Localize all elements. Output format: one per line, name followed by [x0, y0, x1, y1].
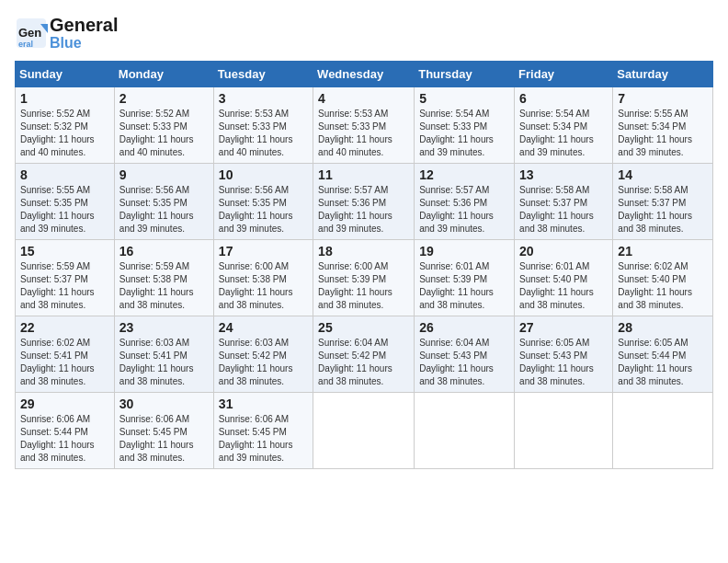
calendar-cell: 2Sunrise: 5:52 AM Sunset: 5:33 PM Daylig… [114, 86, 213, 163]
calendar-cell: 24Sunrise: 6:03 AM Sunset: 5:42 PM Dayli… [213, 316, 313, 392]
calendar-cell [415, 392, 515, 468]
day-info: Sunrise: 5:53 AM Sunset: 5:33 PM Dayligh… [219, 108, 308, 159]
calendar-cell: 1Sunrise: 5:52 AM Sunset: 5:32 PM Daylig… [16, 86, 115, 163]
day-number: 13 [519, 167, 608, 182]
weekday-header: Wednesday [313, 61, 415, 86]
day-info: Sunrise: 6:01 AM Sunset: 5:39 PM Dayligh… [419, 260, 509, 312]
calendar-cell: 4Sunrise: 5:53 AM Sunset: 5:33 PM Daylig… [313, 86, 415, 163]
calendar-cell: 11Sunrise: 5:57 AM Sunset: 5:36 PM Dayli… [313, 163, 415, 239]
day-info: Sunrise: 5:59 AM Sunset: 5:37 PM Dayligh… [20, 260, 109, 312]
calendar-cell: 17Sunrise: 6:00 AM Sunset: 5:38 PM Dayli… [213, 239, 313, 316]
day-number: 8 [20, 167, 109, 182]
day-info: Sunrise: 5:52 AM Sunset: 5:33 PM Dayligh… [119, 108, 209, 159]
day-number: 17 [219, 244, 308, 259]
day-number: 14 [618, 167, 708, 182]
calendar-table: SundayMondayTuesdayWednesdayThursdayFrid… [15, 61, 713, 469]
day-number: 1 [20, 91, 109, 106]
day-info: Sunrise: 5:56 AM Sunset: 5:35 PM Dayligh… [119, 184, 209, 236]
day-info: Sunrise: 6:03 AM Sunset: 5:41 PM Dayligh… [119, 337, 209, 388]
weekday-header: Sunday [16, 61, 115, 86]
weekday-header: Saturday [613, 61, 713, 86]
calendar-cell: 10Sunrise: 5:56 AM Sunset: 5:35 PM Dayli… [213, 163, 313, 239]
calendar-cell: 8Sunrise: 5:55 AM Sunset: 5:35 PM Daylig… [16, 163, 115, 239]
day-number: 5 [419, 91, 509, 106]
day-info: Sunrise: 6:06 AM Sunset: 5:45 PM Dayligh… [219, 413, 308, 465]
day-number: 31 [219, 396, 308, 411]
day-info: Sunrise: 5:55 AM Sunset: 5:35 PM Dayligh… [20, 184, 109, 236]
day-info: Sunrise: 6:06 AM Sunset: 5:44 PM Dayligh… [20, 413, 109, 465]
day-number: 20 [519, 244, 608, 259]
day-number: 16 [119, 244, 209, 259]
day-info: Sunrise: 6:02 AM Sunset: 5:40 PM Dayligh… [618, 260, 708, 312]
calendar-cell: 19Sunrise: 6:01 AM Sunset: 5:39 PM Dayli… [415, 239, 515, 316]
calendar-cell: 28Sunrise: 6:05 AM Sunset: 5:44 PM Dayli… [613, 316, 713, 392]
svg-text:Gen: Gen [18, 26, 41, 40]
calendar-cell: 6Sunrise: 5:54 AM Sunset: 5:34 PM Daylig… [515, 86, 613, 163]
day-info: Sunrise: 6:05 AM Sunset: 5:43 PM Dayligh… [519, 337, 608, 388]
day-info: Sunrise: 5:53 AM Sunset: 5:33 PM Dayligh… [318, 108, 409, 159]
day-number: 27 [519, 320, 608, 335]
day-number: 12 [419, 167, 509, 182]
day-info: Sunrise: 5:58 AM Sunset: 5:37 PM Dayligh… [519, 184, 608, 236]
day-info: Sunrise: 5:58 AM Sunset: 5:37 PM Dayligh… [618, 184, 708, 236]
day-number: 26 [419, 320, 509, 335]
day-number: 11 [318, 167, 409, 182]
calendar-cell [313, 392, 415, 468]
day-info: Sunrise: 6:04 AM Sunset: 5:42 PM Dayligh… [318, 337, 409, 388]
day-number: 30 [119, 396, 209, 411]
calendar-week-row: 8Sunrise: 5:55 AM Sunset: 5:35 PM Daylig… [16, 163, 713, 239]
calendar-cell: 29Sunrise: 6:06 AM Sunset: 5:44 PM Dayli… [16, 392, 115, 468]
calendar-cell: 16Sunrise: 5:59 AM Sunset: 5:38 PM Dayli… [114, 239, 213, 316]
calendar-week-row: 1Sunrise: 5:52 AM Sunset: 5:32 PM Daylig… [16, 86, 713, 163]
calendar-cell: 26Sunrise: 6:04 AM Sunset: 5:43 PM Dayli… [415, 316, 515, 392]
day-number: 24 [219, 320, 308, 335]
calendar-cell: 31Sunrise: 6:06 AM Sunset: 5:45 PM Dayli… [213, 392, 313, 468]
day-number: 19 [419, 244, 509, 259]
day-number: 28 [618, 320, 708, 335]
calendar-cell: 25Sunrise: 6:04 AM Sunset: 5:42 PM Dayli… [313, 316, 415, 392]
day-info: Sunrise: 6:00 AM Sunset: 5:39 PM Dayligh… [318, 260, 409, 312]
day-number: 18 [318, 244, 409, 259]
day-info: Sunrise: 6:01 AM Sunset: 5:40 PM Dayligh… [519, 260, 608, 312]
weekday-header: Friday [515, 61, 613, 86]
calendar-cell: 12Sunrise: 5:57 AM Sunset: 5:36 PM Dayli… [415, 163, 515, 239]
calendar-cell: 5Sunrise: 5:54 AM Sunset: 5:33 PM Daylig… [415, 86, 515, 163]
day-info: Sunrise: 6:04 AM Sunset: 5:43 PM Dayligh… [419, 337, 509, 388]
day-number: 9 [119, 167, 209, 182]
day-info: Sunrise: 6:06 AM Sunset: 5:45 PM Dayligh… [119, 413, 209, 465]
day-number: 2 [119, 91, 209, 106]
calendar-cell: 30Sunrise: 6:06 AM Sunset: 5:45 PM Dayli… [114, 392, 213, 468]
day-info: Sunrise: 5:57 AM Sunset: 5:36 PM Dayligh… [318, 184, 409, 236]
calendar-cell: 15Sunrise: 5:59 AM Sunset: 5:37 PM Dayli… [16, 239, 115, 316]
calendar-week-row: 15Sunrise: 5:59 AM Sunset: 5:37 PM Dayli… [16, 239, 713, 316]
logo-blue: Blue [50, 35, 118, 52]
calendar-cell: 21Sunrise: 6:02 AM Sunset: 5:40 PM Dayli… [613, 239, 713, 316]
calendar-cell: 18Sunrise: 6:00 AM Sunset: 5:39 PM Dayli… [313, 239, 415, 316]
day-number: 3 [219, 91, 308, 106]
weekday-header: Thursday [415, 61, 515, 86]
calendar-cell [515, 392, 613, 468]
day-info: Sunrise: 5:57 AM Sunset: 5:36 PM Dayligh… [419, 184, 509, 236]
calendar-cell: 7Sunrise: 5:55 AM Sunset: 5:34 PM Daylig… [613, 86, 713, 163]
day-info: Sunrise: 5:54 AM Sunset: 5:33 PM Dayligh… [419, 108, 509, 159]
logo-general: General [50, 15, 118, 35]
day-number: 21 [618, 244, 708, 259]
calendar-cell: 14Sunrise: 5:58 AM Sunset: 5:37 PM Dayli… [613, 163, 713, 239]
calendar-cell: 20Sunrise: 6:01 AM Sunset: 5:40 PM Dayli… [515, 239, 613, 316]
day-number: 6 [519, 91, 608, 106]
weekday-header: Monday [114, 61, 213, 86]
calendar-cell: 9Sunrise: 5:56 AM Sunset: 5:35 PM Daylig… [114, 163, 213, 239]
weekday-header: Tuesday [213, 61, 313, 86]
day-info: Sunrise: 6:05 AM Sunset: 5:44 PM Dayligh… [618, 337, 708, 388]
calendar-week-row: 22Sunrise: 6:02 AM Sunset: 5:41 PM Dayli… [16, 316, 713, 392]
logo: Gen eral General Blue [15, 15, 118, 52]
day-number: 4 [318, 91, 409, 106]
day-number: 10 [219, 167, 308, 182]
calendar-cell [613, 392, 713, 468]
day-number: 23 [119, 320, 209, 335]
calendar-cell: 22Sunrise: 6:02 AM Sunset: 5:41 PM Dayli… [16, 316, 115, 392]
calendar-cell: 13Sunrise: 5:58 AM Sunset: 5:37 PM Dayli… [515, 163, 613, 239]
day-info: Sunrise: 5:59 AM Sunset: 5:38 PM Dayligh… [119, 260, 209, 312]
day-info: Sunrise: 5:52 AM Sunset: 5:32 PM Dayligh… [20, 108, 109, 159]
day-info: Sunrise: 6:03 AM Sunset: 5:42 PM Dayligh… [219, 337, 308, 388]
